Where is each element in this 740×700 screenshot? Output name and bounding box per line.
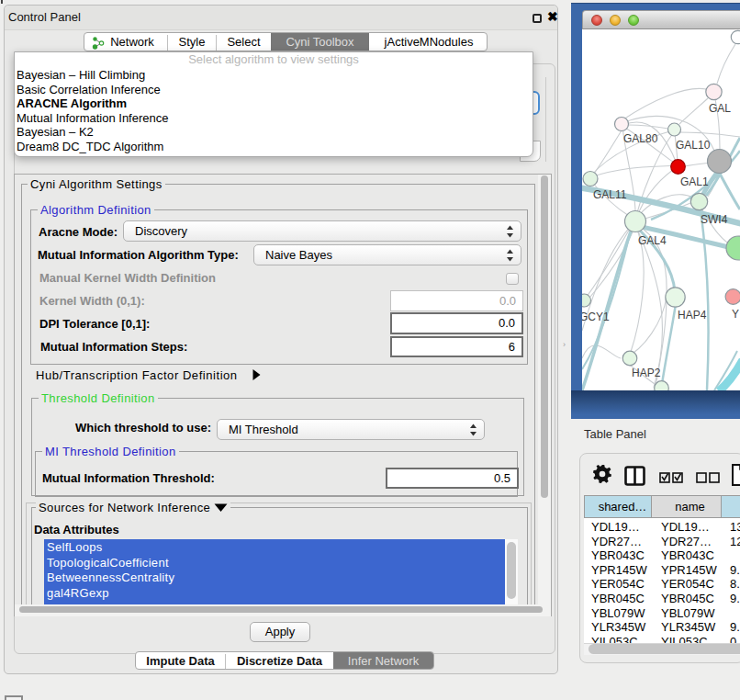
svg-text:GAL: GAL [709, 102, 731, 115]
svg-text:GAL11: GAL11 [593, 188, 627, 201]
svg-text:Y: Y [732, 308, 739, 321]
svg-text:GCY1: GCY1 [582, 310, 610, 323]
svg-text:GAL4: GAL4 [638, 234, 667, 247]
svg-text:HAP2: HAP2 [632, 367, 661, 379]
svg-text:GAL10: GAL10 [676, 139, 711, 152]
svg-text:SWI4: SWI4 [701, 213, 728, 226]
svg-text:HAP4: HAP4 [678, 309, 707, 322]
svg-text:GAL1: GAL1 [680, 175, 709, 188]
svg-text:GAL80: GAL80 [623, 132, 658, 145]
